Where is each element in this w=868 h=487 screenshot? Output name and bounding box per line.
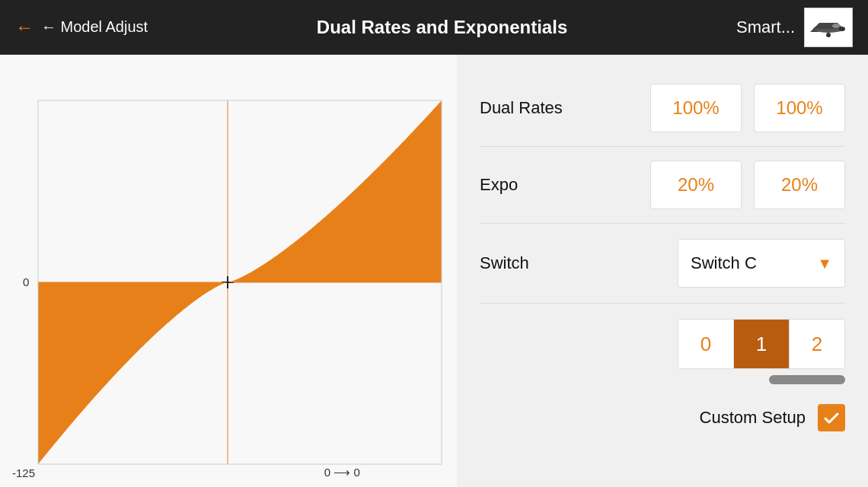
dual-rates-label: Dual Rates bbox=[480, 98, 579, 118]
expo-row: Expo 20% 20% bbox=[480, 147, 845, 224]
header: ← ← Model Adjust Dual Rates and Exponent… bbox=[0, 0, 868, 55]
switch-position-selector: 0 1 2 bbox=[678, 319, 845, 369]
expo-value-1[interactable]: 20% bbox=[650, 161, 742, 209]
switch-label: Switch bbox=[480, 253, 579, 273]
back-button[interactable]: ← ← Model Adjust bbox=[15, 17, 148, 38]
graph-panel: Switch Position: 1 +125 -125 0 ⟶ 0 bbox=[0, 55, 457, 487]
switch-position-section: 0 1 2 bbox=[480, 304, 845, 392]
dropdown-arrow-icon: ▼ bbox=[817, 255, 832, 272]
y-label-bottom: -125 bbox=[12, 466, 35, 479]
custom-setup-checkbox[interactable] bbox=[818, 404, 845, 431]
expo-label: Expo bbox=[480, 175, 579, 195]
svg-point-5 bbox=[832, 24, 840, 28]
back-label: ← Model Adjust bbox=[41, 18, 148, 36]
svg-point-6 bbox=[826, 33, 831, 37]
back-arrow-icon: ← bbox=[15, 17, 34, 38]
switch-pos-0[interactable]: 0 bbox=[678, 320, 734, 368]
expo-value-2[interactable]: 20% bbox=[754, 161, 845, 209]
switch-dropdown-value: Switch C bbox=[691, 253, 757, 273]
switch-dropdown[interactable]: Switch C ▼ bbox=[678, 239, 845, 288]
right-panel: Dual Rates 100% 100% Expo 20% 20% Switch… bbox=[457, 55, 868, 487]
header-right: Smart... bbox=[736, 8, 853, 47]
page-title: Dual Rates and Exponentials bbox=[148, 17, 736, 38]
dual-rates-value-1[interactable]: 100% bbox=[650, 84, 742, 132]
switch-row: Switch Switch C ▼ bbox=[480, 224, 845, 304]
main-content: Switch Position: 1 +125 -125 0 ⟶ 0 Dual … bbox=[0, 55, 868, 487]
dual-rates-row: Dual Rates 100% 100% bbox=[480, 70, 845, 147]
custom-setup-row: Custom Setup bbox=[480, 392, 845, 431]
checkmark-icon bbox=[822, 409, 841, 427]
expo-values: 20% 20% bbox=[650, 161, 845, 209]
switch-slider-track bbox=[769, 375, 845, 384]
custom-setup-label: Custom Setup bbox=[700, 408, 806, 428]
x-label-bottom: 0 ⟶ 0 bbox=[324, 466, 360, 479]
svg-point-4 bbox=[839, 27, 845, 31]
switch-pos-2[interactable]: 2 bbox=[790, 320, 844, 368]
dual-rates-values: 100% 100% bbox=[650, 84, 845, 132]
model-name: Smart... bbox=[736, 18, 795, 37]
airplane-icon bbox=[804, 8, 853, 47]
airplane-svg bbox=[807, 11, 850, 44]
switch-pos-1[interactable]: 1 bbox=[734, 320, 790, 368]
graph-canvas bbox=[0, 55, 457, 487]
dual-rates-value-2[interactable]: 100% bbox=[754, 84, 845, 132]
